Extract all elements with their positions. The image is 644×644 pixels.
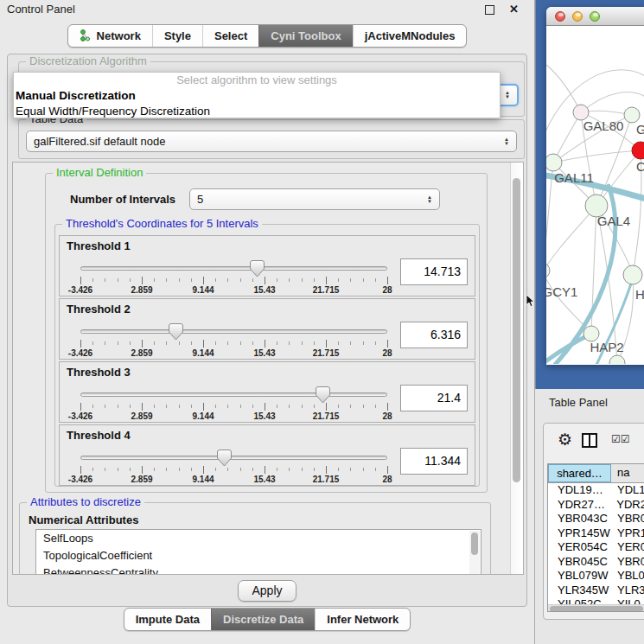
network-node-h[interactable]: [623, 265, 642, 284]
node-attribute-table[interactable]: shared… na YDL19…YDL1YDR27…YDR2YBR043CYB…: [547, 463, 644, 612]
number-of-intervals-combobox[interactable]: 5 ▲▼: [189, 188, 440, 210]
slider-track[interactable]: [80, 266, 387, 271]
table-row[interactable]: YDR27…YDR2: [548, 498, 644, 513]
slider-thumb-icon[interactable]: [169, 323, 183, 341]
tab-jactivemnodules[interactable]: jActiveMNodules: [353, 25, 467, 47]
cell-name: YPR1: [611, 526, 644, 541]
major-tick: [387, 340, 388, 348]
threshold-value-field-4[interactable]: 11.344: [400, 448, 468, 475]
threshold-slider-4[interactable]: -3.4262.8599.14415.4321.71528: [80, 448, 388, 486]
number-of-intervals-value: 5: [197, 193, 203, 206]
list-item-selfloops[interactable]: SelfLoops: [36, 530, 481, 547]
column-header-name[interactable]: na: [611, 464, 644, 482]
tab-discretize-data[interactable]: Discretize Data: [211, 609, 315, 630]
tick-label: 21.715: [313, 348, 340, 358]
slider-track[interactable]: [80, 392, 387, 397]
table-row[interactable]: YIL052CYIL0: [548, 597, 644, 604]
gear-icon[interactable]: ⚙: [558, 430, 572, 450]
minor-tick: [363, 405, 364, 408]
table-horizontal-scrollbar[interactable]: [548, 604, 644, 612]
threshold-slider-1[interactable]: -3.4262.8599.14415.4321.71528: [80, 258, 388, 296]
minor-tick: [289, 468, 290, 471]
network-node-gcy1[interactable]: [546, 263, 550, 278]
list-item-betweennesscentrality[interactable]: BetweennessCentrality: [36, 564, 481, 575]
tab-impute-data[interactable]: Impute Data: [124, 609, 211, 630]
algorithm-dropdown-popup: Select algorithm to view settings Manual…: [13, 72, 501, 118]
table-row[interactable]: YPR145WYPR1: [548, 526, 644, 541]
minor-tick: [92, 341, 93, 345]
minor-tick: [179, 341, 180, 345]
minor-tick: [289, 341, 290, 345]
table-row[interactable]: YBR045CYBR0: [548, 555, 644, 570]
network-canvas[interactable]: GAL80GACGAL11GAL4GCY1HHAP2: [546, 26, 644, 364]
list-item-topologicalcoefficient[interactable]: TopologicalCoefficient: [36, 547, 481, 564]
float-window-icon[interactable]: [485, 5, 494, 15]
slider-track[interactable]: [80, 456, 387, 460]
tab-infer-network[interactable]: Infer Network: [315, 609, 410, 630]
table-row[interactable]: YBR043CYBR0: [548, 512, 644, 526]
minor-tick: [338, 468, 339, 471]
network-node[interactable]: [609, 355, 625, 364]
tab-label: Discretize Data: [223, 613, 303, 626]
select-columns-icon[interactable]: ☑☑: [611, 433, 630, 445]
minor-tick: [130, 341, 131, 345]
tab-label: Style: [164, 29, 191, 42]
major-tick: [326, 403, 327, 411]
network-window-titlebar[interactable]: [546, 7, 644, 26]
minor-tick: [289, 405, 290, 408]
close-traffic-light-icon[interactable]: [555, 11, 565, 22]
cell-name: YDR2: [610, 498, 644, 513]
slider-thumb-icon[interactable]: [316, 386, 330, 404]
tick-label: 9.144: [192, 411, 214, 421]
threshold-value-field-2[interactable]: 6.316: [400, 322, 468, 348]
tab-cyni-toolbox[interactable]: Cyni Toolbox: [258, 25, 352, 47]
tab-select[interactable]: Select: [202, 25, 258, 47]
minor-tick: [215, 341, 216, 345]
threshold-value-field-1[interactable]: 14.713: [400, 258, 468, 285]
slider-ticks: [80, 403, 387, 411]
tab-network[interactable]: Network: [68, 25, 152, 47]
list-vertical-scrollbar[interactable]: [469, 531, 480, 575]
table-row[interactable]: YDL19…YDL1: [548, 483, 644, 498]
attributes-group: Attributes to discretize Numerical Attri…: [19, 502, 491, 575]
network-graph: GAL80GACGAL11GAL4GCY1HHAP2: [546, 26, 644, 364]
table-row[interactable]: YLR345WYLR3: [548, 583, 644, 598]
network-view-window[interactable]: GAL80GACGAL11GAL4GCY1HHAP2: [546, 7, 644, 365]
slider-tick-labels: -3.4262.8599.14415.4321.71528: [80, 348, 387, 359]
algorithm-option-equal-width-frequency-discretization[interactable]: Equal Width/Frequency Discretization: [14, 104, 500, 118]
table-row[interactable]: YER054CYER0: [548, 540, 644, 555]
combo-arrows-icon: ▲▼: [427, 195, 432, 204]
algorithm-placeholder-option[interactable]: Select algorithm to view settings: [14, 73, 500, 88]
threshold-slider-2[interactable]: -3.4262.8599.14415.4321.71528: [80, 322, 388, 360]
table-row[interactable]: YBL079WYBL0: [548, 569, 644, 583]
scrollbar-thumb[interactable]: [471, 532, 478, 555]
apply-button[interactable]: Apply: [238, 580, 296, 602]
control-panel-title: Control Panel: [7, 3, 75, 16]
network-node-gal11[interactable]: [546, 154, 562, 171]
tick-label: 21.715: [313, 475, 340, 484]
slider-track[interactable]: [80, 329, 387, 334]
minimize-traffic-light-icon[interactable]: [572, 11, 583, 22]
tab-label: Network: [97, 29, 141, 42]
column-header-shared-name[interactable]: shared…: [548, 464, 611, 482]
close-window-icon[interactable]: ✕: [509, 3, 519, 16]
tick-label: 28: [382, 285, 392, 295]
tab-style[interactable]: Style: [152, 25, 202, 47]
scrollbar-thumb[interactable]: [550, 606, 643, 612]
threshold-value-field-3[interactable]: 21.4: [400, 385, 468, 411]
major-tick: [80, 277, 81, 284]
split-pane-icon[interactable]: [582, 433, 597, 448]
threshold-slider-3[interactable]: -3.4262.8599.14415.4321.71528: [80, 385, 388, 423]
scrollbar-thumb[interactable]: [513, 178, 520, 482]
threshold-panel-4: Threshold 4-3.4262.8599.14415.4321.71528…: [59, 424, 475, 486]
zoom-traffic-light-icon[interactable]: [590, 11, 600, 22]
minor-tick: [105, 278, 105, 282]
slider-thumb-icon[interactable]: [217, 450, 232, 467]
table-data-combobox[interactable]: galFiltered.sif default node ▲▼: [26, 131, 517, 152]
minor-tick: [118, 341, 118, 345]
network-node-ga[interactable]: [624, 107, 640, 123]
algorithm-option-manual-discretization[interactable]: Manual Discretization: [14, 88, 500, 104]
slider-thumb-icon[interactable]: [250, 260, 265, 277]
numerical-attributes-list[interactable]: SelfLoopsTopologicalCoefficientBetweenne…: [35, 529, 481, 575]
settings-vertical-scrollbar[interactable]: [510, 163, 523, 574]
